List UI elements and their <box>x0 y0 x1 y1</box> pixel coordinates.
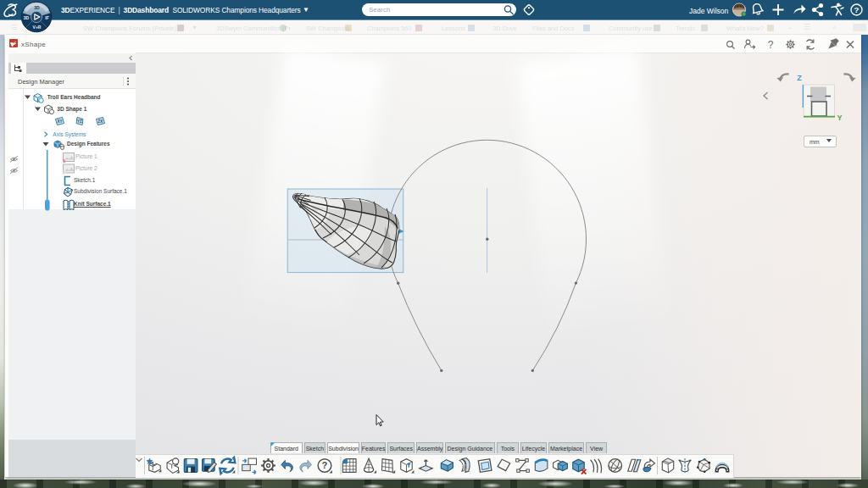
svg-text:YZ: YZ <box>77 119 82 124</box>
svg-text:V+R: V+R <box>33 25 42 30</box>
svg-text:3D: 3D <box>34 5 40 10</box>
svg-text:XY: XY <box>57 119 62 124</box>
svg-text:ZX: ZX <box>98 119 103 124</box>
svg-text:?: ? <box>322 460 328 470</box>
svg-text:Z: Z <box>797 74 802 82</box>
svg-text:?: ? <box>768 39 774 51</box>
svg-text:IF: IF <box>45 15 48 20</box>
svg-text:Y: Y <box>837 114 842 122</box>
svg-text:3D: 3D <box>24 15 30 20</box>
svg-text:?: ? <box>854 5 860 14</box>
